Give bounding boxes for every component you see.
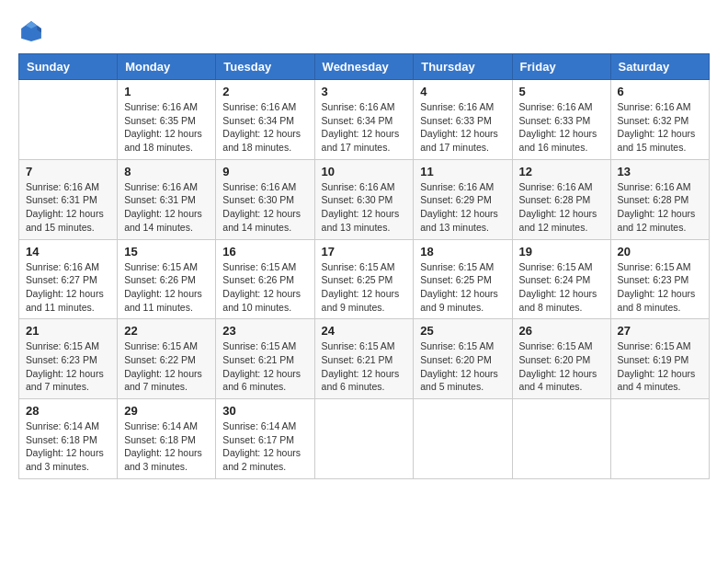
calendar-cell: 27Sunrise: 6:15 AM Sunset: 6:19 PM Dayli…: [610, 319, 709, 399]
calendar-cell: [512, 399, 610, 479]
day-info: Sunrise: 6:15 AM Sunset: 6:20 PM Dayligh…: [420, 339, 505, 394]
day-info: Sunrise: 6:15 AM Sunset: 6:24 PM Dayligh…: [519, 260, 604, 315]
day-info: Sunrise: 6:14 AM Sunset: 6:18 PM Dayligh…: [124, 419, 209, 474]
day-info: Sunrise: 6:15 AM Sunset: 6:21 PM Dayligh…: [222, 339, 307, 394]
page-header: [18, 18, 710, 44]
day-info: Sunrise: 6:16 AM Sunset: 6:31 PM Dayligh…: [26, 180, 110, 235]
calendar-header-row: SundayMondayTuesdayWednesdayThursdayFrid…: [19, 54, 710, 80]
day-number: 25: [420, 324, 505, 338]
day-number: 24: [322, 324, 407, 338]
calendar-cell: 21Sunrise: 6:15 AM Sunset: 6:23 PM Dayli…: [19, 319, 118, 399]
calendar-week-row: 1Sunrise: 6:16 AM Sunset: 6:35 PM Daylig…: [19, 80, 710, 160]
column-header-friday: Friday: [512, 54, 610, 80]
calendar-cell: 22Sunrise: 6:15 AM Sunset: 6:22 PM Dayli…: [118, 319, 216, 399]
day-number: 8: [124, 165, 209, 178]
day-number: 9: [222, 165, 307, 178]
calendar-cell: 28Sunrise: 6:14 AM Sunset: 6:18 PM Dayli…: [19, 399, 118, 479]
day-info: Sunrise: 6:16 AM Sunset: 6:34 PM Dayligh…: [222, 100, 307, 155]
day-number: 14: [26, 245, 110, 259]
calendar-cell: 11Sunrise: 6:16 AM Sunset: 6:29 PM Dayli…: [414, 159, 512, 239]
column-header-saturday: Saturday: [610, 54, 709, 80]
calendar-cell: 1Sunrise: 6:16 AM Sunset: 6:35 PM Daylig…: [118, 80, 216, 160]
column-header-sunday: Sunday: [19, 54, 118, 80]
calendar-cell: 25Sunrise: 6:15 AM Sunset: 6:20 PM Dayli…: [414, 319, 512, 399]
day-info: Sunrise: 6:15 AM Sunset: 6:23 PM Dayligh…: [26, 339, 110, 394]
calendar-cell: [610, 399, 709, 479]
day-info: Sunrise: 6:15 AM Sunset: 6:25 PM Dayligh…: [322, 260, 407, 315]
day-number: 10: [322, 165, 407, 178]
day-info: Sunrise: 6:15 AM Sunset: 6:23 PM Dayligh…: [618, 260, 702, 315]
day-number: 28: [26, 404, 110, 418]
calendar-cell: 15Sunrise: 6:15 AM Sunset: 6:26 PM Dayli…: [118, 239, 216, 319]
day-info: Sunrise: 6:16 AM Sunset: 6:30 PM Dayligh…: [322, 180, 407, 235]
day-number: 22: [124, 324, 209, 338]
calendar-cell: 19Sunrise: 6:15 AM Sunset: 6:24 PM Dayli…: [512, 239, 610, 319]
calendar-cell: 10Sunrise: 6:16 AM Sunset: 6:30 PM Dayli…: [314, 159, 414, 239]
day-number: 30: [222, 404, 307, 418]
day-number: 11: [420, 165, 505, 178]
calendar-cell: 12Sunrise: 6:16 AM Sunset: 6:28 PM Dayli…: [512, 159, 610, 239]
day-number: 26: [519, 324, 604, 338]
calendar-cell: 29Sunrise: 6:14 AM Sunset: 6:18 PM Dayli…: [118, 399, 216, 479]
day-info: Sunrise: 6:16 AM Sunset: 6:27 PM Dayligh…: [26, 260, 110, 315]
day-info: Sunrise: 6:14 AM Sunset: 6:17 PM Dayligh…: [222, 419, 307, 474]
day-info: Sunrise: 6:15 AM Sunset: 6:19 PM Dayligh…: [618, 339, 702, 394]
calendar-cell: 26Sunrise: 6:15 AM Sunset: 6:20 PM Dayli…: [512, 319, 610, 399]
calendar-cell: [414, 399, 512, 479]
day-info: Sunrise: 6:15 AM Sunset: 6:25 PM Dayligh…: [420, 260, 505, 315]
day-info: Sunrise: 6:15 AM Sunset: 6:20 PM Dayligh…: [519, 339, 604, 394]
day-number: 19: [519, 245, 604, 259]
calendar-cell: [314, 399, 414, 479]
day-info: Sunrise: 6:16 AM Sunset: 6:28 PM Dayligh…: [618, 180, 702, 235]
calendar-cell: 8Sunrise: 6:16 AM Sunset: 6:31 PM Daylig…: [118, 159, 216, 239]
calendar-cell: 3Sunrise: 6:16 AM Sunset: 6:34 PM Daylig…: [314, 80, 414, 160]
day-number: 16: [222, 245, 307, 259]
calendar-cell: 17Sunrise: 6:15 AM Sunset: 6:25 PM Dayli…: [314, 239, 414, 319]
calendar-cell: 20Sunrise: 6:15 AM Sunset: 6:23 PM Dayli…: [610, 239, 709, 319]
day-number: 7: [26, 165, 110, 178]
calendar-cell: 7Sunrise: 6:16 AM Sunset: 6:31 PM Daylig…: [19, 159, 118, 239]
calendar-cell: 4Sunrise: 6:16 AM Sunset: 6:33 PM Daylig…: [414, 80, 512, 160]
calendar-week-row: 7Sunrise: 6:16 AM Sunset: 6:31 PM Daylig…: [19, 159, 710, 239]
calendar-cell: 18Sunrise: 6:15 AM Sunset: 6:25 PM Dayli…: [414, 239, 512, 319]
day-info: Sunrise: 6:16 AM Sunset: 6:30 PM Dayligh…: [222, 180, 307, 235]
day-number: 12: [519, 165, 604, 178]
column-header-monday: Monday: [118, 54, 216, 80]
calendar-cell: 2Sunrise: 6:16 AM Sunset: 6:34 PM Daylig…: [216, 80, 314, 160]
logo: [18, 18, 48, 44]
day-info: Sunrise: 6:14 AM Sunset: 6:18 PM Dayligh…: [26, 419, 110, 474]
logo-icon: [18, 18, 44, 44]
column-header-wednesday: Wednesday: [314, 54, 414, 80]
day-info: Sunrise: 6:16 AM Sunset: 6:34 PM Dayligh…: [322, 100, 407, 155]
calendar-cell: 9Sunrise: 6:16 AM Sunset: 6:30 PM Daylig…: [216, 159, 314, 239]
day-number: 15: [124, 245, 209, 259]
day-number: 13: [618, 165, 702, 178]
calendar-cell: 13Sunrise: 6:16 AM Sunset: 6:28 PM Dayli…: [610, 159, 709, 239]
calendar-cell: 14Sunrise: 6:16 AM Sunset: 6:27 PM Dayli…: [19, 239, 118, 319]
calendar-cell: [19, 80, 118, 160]
day-info: Sunrise: 6:16 AM Sunset: 6:32 PM Dayligh…: [618, 100, 702, 155]
calendar-cell: 5Sunrise: 6:16 AM Sunset: 6:33 PM Daylig…: [512, 80, 610, 160]
day-number: 27: [618, 324, 702, 338]
calendar-cell: 24Sunrise: 6:15 AM Sunset: 6:21 PM Dayli…: [314, 319, 414, 399]
day-number: 5: [519, 85, 604, 98]
day-number: 1: [124, 85, 209, 98]
day-info: Sunrise: 6:15 AM Sunset: 6:22 PM Dayligh…: [124, 339, 209, 394]
calendar-cell: 30Sunrise: 6:14 AM Sunset: 6:17 PM Dayli…: [216, 399, 314, 479]
day-number: 29: [124, 404, 209, 418]
day-number: 4: [420, 85, 505, 98]
calendar-week-row: 28Sunrise: 6:14 AM Sunset: 6:18 PM Dayli…: [19, 399, 710, 479]
day-number: 18: [420, 245, 505, 259]
calendar-cell: 6Sunrise: 6:16 AM Sunset: 6:32 PM Daylig…: [610, 80, 709, 160]
day-info: Sunrise: 6:16 AM Sunset: 6:31 PM Dayligh…: [124, 180, 209, 235]
day-info: Sunrise: 6:16 AM Sunset: 6:35 PM Dayligh…: [124, 100, 209, 155]
calendar-table: SundayMondayTuesdayWednesdayThursdayFrid…: [18, 53, 710, 479]
calendar-cell: 23Sunrise: 6:15 AM Sunset: 6:21 PM Dayli…: [216, 319, 314, 399]
day-info: Sunrise: 6:16 AM Sunset: 6:33 PM Dayligh…: [519, 100, 604, 155]
calendar-week-row: 14Sunrise: 6:16 AM Sunset: 6:27 PM Dayli…: [19, 239, 710, 319]
day-info: Sunrise: 6:16 AM Sunset: 6:33 PM Dayligh…: [420, 100, 505, 155]
day-number: 3: [322, 85, 407, 98]
day-info: Sunrise: 6:16 AM Sunset: 6:29 PM Dayligh…: [420, 180, 505, 235]
day-info: Sunrise: 6:15 AM Sunset: 6:21 PM Dayligh…: [322, 339, 407, 394]
day-number: 17: [322, 245, 407, 259]
